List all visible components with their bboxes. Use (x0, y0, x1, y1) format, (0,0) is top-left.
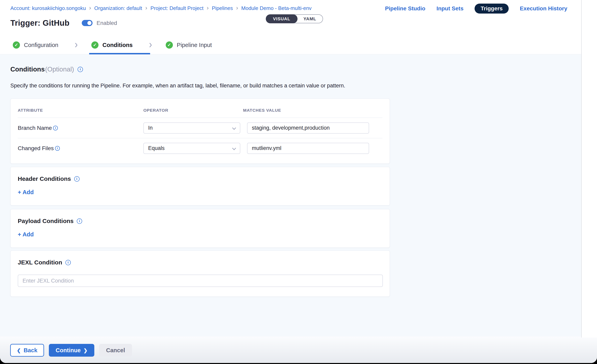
chevron-right-icon: › (207, 5, 209, 12)
conditions-heading-row: Conditions (Optional) i (10, 66, 83, 73)
changed-files-operator-value: Equals (148, 145, 165, 151)
nav-triggers[interactable]: Triggers (475, 4, 509, 14)
breadcrumb-pipeline-name-link[interactable]: Module Demo - Beta-multi-env (241, 5, 312, 11)
chevron-right-icon: ❯ (84, 348, 87, 353)
visual-toggle-button[interactable]: VISUAL (266, 14, 298, 23)
add-header-condition-button[interactable]: + Add (18, 189, 34, 196)
chevron-left-icon: ❮ (17, 348, 21, 353)
conditions-table-header: ATTRIBUTE OPERATOR MATCHES VALUE (18, 99, 382, 113)
app-window: Account: kurosakiichigo.songoku › Organi… (0, 0, 597, 363)
yaml-toggle-button[interactable]: YAML (297, 15, 323, 23)
breadcrumb-project-link[interactable]: Project: Default Project (150, 5, 204, 11)
chevron-down-icon (232, 146, 236, 150)
payload-conditions-heading: Payload Conditions (18, 218, 74, 224)
conditions-description: Specify the conditions for running the P… (10, 83, 397, 89)
chevron-right-icon: › (236, 5, 238, 12)
table-row-changed-files: Changed Files i Equals (18, 138, 382, 158)
branch-name-matches-value-input[interactable] (247, 122, 369, 134)
payload-conditions-card: Payload Conditions i + Add (10, 209, 390, 248)
jexl-condition-card: JEXL Condition i (10, 250, 390, 297)
changed-files-matches-value-input[interactable] (247, 143, 369, 154)
info-icon[interactable]: i (78, 67, 83, 72)
jexl-condition-heading: JEXL Condition (18, 259, 62, 266)
back-button[interactable]: ❮ Back (10, 344, 44, 357)
nav-execution-history[interactable]: Execution History (520, 5, 567, 12)
top-bar: Account: kurosakiichigo.songoku › Organi… (0, 0, 597, 54)
breadcrumb-organization-link[interactable]: Organization: default (94, 5, 142, 11)
branch-name-label: Branch Name (18, 125, 52, 131)
chevron-right-icon: › (145, 5, 147, 12)
tab-conditions[interactable]: ✓ Conditions (91, 41, 133, 49)
check-circle-icon: ✓ (166, 41, 173, 49)
title-row: Trigger: GitHub Enabled (10, 19, 117, 28)
continue-button[interactable]: Continue ❯ (49, 344, 94, 357)
column-matches-value: MATCHES VALUE (243, 108, 382, 113)
nav-input-sets[interactable]: Input Sets (437, 5, 463, 12)
toggle-knob-icon (87, 20, 92, 26)
tab-pipeline-input[interactable]: ✓ Pipeline Input (166, 41, 212, 49)
info-icon[interactable]: i (55, 146, 60, 151)
info-icon[interactable]: i (65, 260, 71, 265)
tab-configuration-label: Configuration (24, 42, 58, 48)
header-conditions-heading: Header Conditions (18, 175, 71, 182)
conditions-heading: Conditions (10, 66, 45, 73)
column-operator: OPERATOR (143, 108, 243, 113)
tab-conditions-label: Conditions (102, 42, 133, 48)
column-attribute: ATTRIBUTE (18, 108, 143, 113)
conditions-table-card: ATTRIBUTE OPERATOR MATCHES VALUE Branch … (10, 99, 390, 164)
scrollbar-track[interactable] (581, 0, 597, 338)
info-icon[interactable]: i (74, 176, 79, 182)
visual-yaml-toggle: VISUAL YAML (266, 14, 323, 23)
conditions-panel: Conditions (Optional) i Specify the cond… (0, 54, 581, 336)
add-payload-condition-button[interactable]: + Add (18, 231, 34, 238)
breadcrumb: Account: kurosakiichigo.songoku › Organi… (10, 5, 312, 12)
conditions-optional-label: (Optional) (45, 66, 74, 73)
cancel-button[interactable]: Cancel (99, 344, 132, 357)
chevron-right-icon: › (89, 5, 91, 12)
cancel-button-label: Cancel (106, 347, 125, 354)
breadcrumb-account-link[interactable]: Account: kurosakiichigo.songoku (10, 5, 86, 11)
breadcrumb-pipelines-link[interactable]: Pipelines (212, 5, 233, 11)
table-row-branch-name: Branch Name i In (18, 118, 382, 138)
chevron-right-icon: › (75, 39, 78, 51)
chevron-down-icon (232, 126, 236, 130)
enabled-toggle-label: Enabled (96, 20, 117, 26)
wizard-footer: ❮ Back Continue ❯ Cancel (0, 336, 597, 363)
back-button-label: Back (24, 347, 37, 354)
continue-button-label: Continue (56, 347, 81, 354)
changed-files-operator-select[interactable]: Equals (143, 143, 240, 154)
pipeline-top-nav: Pipeline Studio Input Sets Triggers Exec… (385, 4, 567, 14)
branch-name-operator-select[interactable]: In (143, 122, 240, 134)
page-title: Trigger: GitHub (10, 19, 69, 28)
tab-configuration[interactable]: ✓ Configuration (13, 41, 58, 49)
jexl-condition-input[interactable] (18, 275, 383, 287)
tab-pipeline-input-label: Pipeline Input (177, 42, 212, 48)
trigger-wizard-stepper: ✓ Configuration › ✓ Conditions › ✓ Pipel… (13, 37, 212, 53)
enabled-toggle[interactable] (82, 20, 93, 26)
info-icon[interactable]: i (53, 126, 58, 130)
nav-pipeline-studio[interactable]: Pipeline Studio (385, 5, 425, 12)
check-circle-icon: ✓ (91, 41, 99, 49)
check-circle-icon: ✓ (13, 41, 20, 49)
active-tab-underline (89, 53, 150, 54)
header-conditions-card: Header Conditions i + Add (10, 167, 390, 205)
info-icon[interactable]: i (77, 219, 82, 224)
changed-files-label: Changed Files (18, 145, 54, 152)
branch-name-operator-value: In (148, 125, 153, 131)
chevron-right-icon: › (149, 39, 152, 51)
